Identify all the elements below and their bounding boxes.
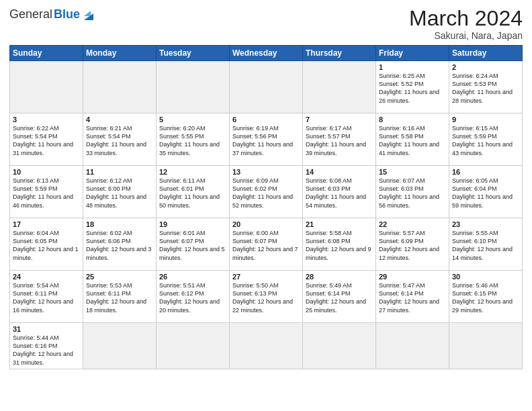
day-number: 7 [306,116,373,124]
day-cell: 30Sunrise: 5:46 AM Sunset: 6:15 PM Dayli… [449,271,523,323]
logo: General Blue [9,7,96,21]
day-cell: 29Sunrise: 5:47 AM Sunset: 6:14 PM Dayli… [376,271,449,323]
day-info: Sunrise: 5:51 AM Sunset: 6:12 PM Dayligh… [159,281,226,314]
day-number: 29 [379,273,446,281]
day-cell: 12Sunrise: 6:11 AM Sunset: 6:01 PM Dayli… [157,166,230,218]
day-cell [303,323,376,369]
day-number: 1 [379,63,446,71]
day-info: Sunrise: 6:19 AM Sunset: 5:56 PM Dayligh… [232,124,300,157]
day-number: 16 [452,168,519,176]
day-number: 31 [13,325,80,333]
day-info: Sunrise: 5:47 AM Sunset: 6:14 PM Dayligh… [379,281,446,314]
day-cell: 6Sunrise: 6:19 AM Sunset: 5:56 PM Daylig… [230,113,303,166]
day-info: Sunrise: 6:16 AM Sunset: 5:58 PM Dayligh… [379,124,446,157]
day-info: Sunrise: 6:21 AM Sunset: 5:54 PM Dayligh… [86,124,153,157]
day-cell [376,323,449,369]
weekday-header-wednesday: Wednesday [230,46,303,61]
day-info: Sunrise: 6:20 AM Sunset: 5:55 PM Dayligh… [159,124,226,157]
day-info: Sunrise: 5:55 AM Sunset: 6:10 PM Dayligh… [452,229,519,262]
day-cell: 11Sunrise: 6:12 AM Sunset: 6:00 PM Dayli… [83,166,157,218]
day-number: 20 [232,220,300,228]
day-cell: 1Sunrise: 6:25 AM Sunset: 5:52 PM Daylig… [376,61,449,113]
day-info: Sunrise: 6:12 AM Sunset: 6:00 PM Dayligh… [86,177,153,210]
day-number: 13 [232,168,300,176]
weekday-header-row: SundayMondayTuesdayWednesdayThursdayFrid… [10,46,523,61]
subtitle: Sakurai, Nara, Japan [409,30,523,41]
day-number: 3 [13,116,80,124]
weekday-header-saturday: Saturday [449,46,523,61]
day-number: 15 [379,168,446,176]
day-cell: 7Sunrise: 6:17 AM Sunset: 5:57 PM Daylig… [303,113,376,166]
day-cell [449,323,523,369]
day-number: 12 [159,168,226,176]
day-info: Sunrise: 5:50 AM Sunset: 6:13 PM Dayligh… [232,281,300,314]
weekday-header-friday: Friday [376,46,449,61]
day-cell [83,323,157,369]
day-info: Sunrise: 6:17 AM Sunset: 5:57 PM Dayligh… [306,124,373,157]
weekday-header-sunday: Sunday [10,46,83,61]
week-row-0: 1Sunrise: 6:25 AM Sunset: 5:52 PM Daylig… [10,61,523,113]
week-row-3: 17Sunrise: 6:04 AM Sunset: 6:05 PM Dayli… [10,218,523,271]
day-cell: 25Sunrise: 5:53 AM Sunset: 6:11 PM Dayli… [83,271,157,323]
day-cell: 23Sunrise: 5:55 AM Sunset: 6:10 PM Dayli… [449,218,523,271]
day-number: 28 [306,273,373,281]
day-number: 18 [86,220,153,228]
day-info: Sunrise: 6:02 AM Sunset: 6:06 PM Dayligh… [86,229,153,262]
day-info: Sunrise: 6:08 AM Sunset: 6:03 PM Dayligh… [306,177,373,210]
week-row-2: 10Sunrise: 6:13 AM Sunset: 5:59 PM Dayli… [10,166,523,218]
day-number: 17 [13,220,80,228]
day-cell: 5Sunrise: 6:20 AM Sunset: 5:55 PM Daylig… [157,113,230,166]
day-cell: 22Sunrise: 5:57 AM Sunset: 6:09 PM Dayli… [376,218,449,271]
day-cell: 21Sunrise: 5:58 AM Sunset: 6:08 PM Dayli… [303,218,376,271]
svg-marker-1 [84,11,91,16]
day-info: Sunrise: 6:15 AM Sunset: 5:59 PM Dayligh… [452,124,519,157]
day-cell: 9Sunrise: 6:15 AM Sunset: 5:59 PM Daylig… [449,113,523,166]
day-cell: 16Sunrise: 6:05 AM Sunset: 6:04 PM Dayli… [449,166,523,218]
day-info: Sunrise: 5:58 AM Sunset: 6:08 PM Dayligh… [306,229,373,262]
day-number: 26 [159,273,226,281]
day-cell: 13Sunrise: 6:09 AM Sunset: 6:02 PM Dayli… [230,166,303,218]
day-number: 23 [452,220,519,228]
day-cell: 28Sunrise: 5:49 AM Sunset: 6:14 PM Dayli… [303,271,376,323]
day-info: Sunrise: 5:46 AM Sunset: 6:15 PM Dayligh… [452,281,519,314]
day-cell: 8Sunrise: 6:16 AM Sunset: 5:58 PM Daylig… [376,113,449,166]
header: General Blue March 2024 Sakurai, Nara, J… [9,7,523,41]
day-cell: 31Sunrise: 5:44 AM Sunset: 6:16 PM Dayli… [10,323,83,369]
month-title: March 2024 [409,7,523,30]
day-cell [230,61,303,113]
day-info: Sunrise: 5:57 AM Sunset: 6:09 PM Dayligh… [379,229,446,262]
day-info: Sunrise: 5:54 AM Sunset: 6:11 PM Dayligh… [13,281,80,314]
day-number: 14 [306,168,373,176]
logo-icon [81,7,96,21]
day-cell: 10Sunrise: 6:13 AM Sunset: 5:59 PM Dayli… [10,166,83,218]
day-number: 2 [452,63,519,71]
logo-text-blue: Blue [54,7,80,21]
week-row-4: 24Sunrise: 5:54 AM Sunset: 6:11 PM Dayli… [10,271,523,323]
weekday-header-tuesday: Tuesday [157,46,230,61]
day-number: 6 [232,116,300,124]
day-info: Sunrise: 6:09 AM Sunset: 6:02 PM Dayligh… [232,177,300,210]
day-cell: 18Sunrise: 6:02 AM Sunset: 6:06 PM Dayli… [83,218,157,271]
day-cell [157,323,230,369]
day-number: 8 [379,116,446,124]
day-info: Sunrise: 6:07 AM Sunset: 6:03 PM Dayligh… [379,177,446,210]
day-info: Sunrise: 6:01 AM Sunset: 6:07 PM Dayligh… [159,229,226,262]
day-info: Sunrise: 6:24 AM Sunset: 5:53 PM Dayligh… [452,72,519,105]
weekday-header-thursday: Thursday [303,46,376,61]
logo-area: General Blue [9,7,96,21]
weekday-header-monday: Monday [83,46,157,61]
logo-text-general: General [9,7,52,21]
day-cell: 17Sunrise: 6:04 AM Sunset: 6:05 PM Dayli… [10,218,83,271]
day-cell: 15Sunrise: 6:07 AM Sunset: 6:03 PM Dayli… [376,166,449,218]
day-cell [157,61,230,113]
day-number: 19 [159,220,226,228]
calendar: SundayMondayTuesdayWednesdayThursdayFrid… [9,45,523,369]
day-info: Sunrise: 5:44 AM Sunset: 6:16 PM Dayligh… [13,334,80,367]
day-info: Sunrise: 6:11 AM Sunset: 6:01 PM Dayligh… [159,177,226,210]
day-cell [230,323,303,369]
day-info: Sunrise: 6:25 AM Sunset: 5:52 PM Dayligh… [379,72,446,105]
day-cell [83,61,157,113]
day-cell: 27Sunrise: 5:50 AM Sunset: 6:13 PM Dayli… [230,271,303,323]
day-number: 30 [452,273,519,281]
title-area: March 2024 Sakurai, Nara, Japan [409,7,523,41]
